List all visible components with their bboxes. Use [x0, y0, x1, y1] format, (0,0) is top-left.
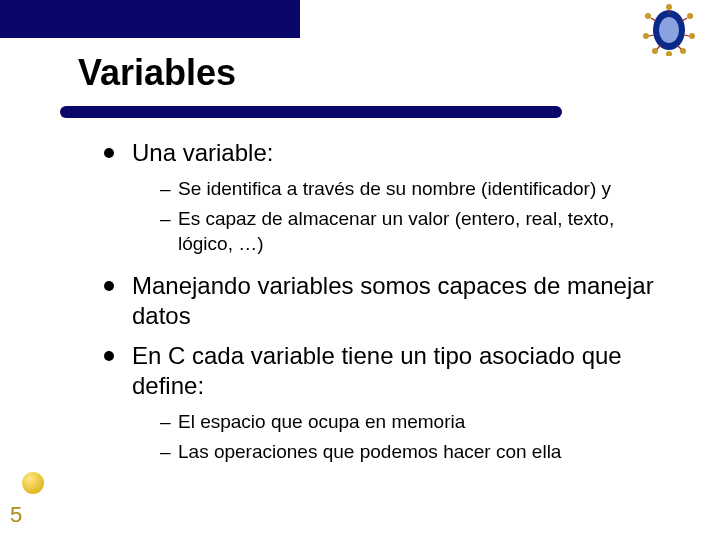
title-underline: [60, 106, 562, 118]
institution-crest-icon: [640, 4, 698, 56]
page-number: 5: [10, 502, 22, 528]
bullet-item: Manejando variables somos capaces de man…: [104, 271, 664, 331]
svg-point-9: [666, 51, 672, 56]
bullet-text: Una variable:: [132, 139, 273, 166]
sub-bullet-item: Se identifica a través de su nombre (ide…: [160, 176, 664, 202]
svg-point-4: [687, 13, 693, 19]
decorative-dot-icon: [22, 472, 44, 494]
bullet-text: En C cada variable tiene un tipo asociad…: [132, 342, 622, 399]
svg-point-3: [645, 13, 651, 19]
svg-line-13: [649, 35, 654, 36]
svg-line-11: [651, 18, 656, 21]
svg-point-5: [643, 33, 649, 39]
svg-point-2: [666, 4, 672, 10]
slide-body: Una variable: Se identifica a través de …: [104, 138, 664, 478]
bullet-item: En C cada variable tiene un tipo asociad…: [104, 341, 664, 464]
sub-bullet-item: Es capaz de almacenar un valor (entero, …: [160, 206, 664, 257]
svg-point-1: [659, 17, 679, 43]
bullet-item: Una variable: Se identifica a través de …: [104, 138, 664, 257]
svg-line-12: [682, 18, 687, 21]
sub-bullet-item: Las operaciones que podemos hacer con el…: [160, 439, 664, 465]
sub-bullet-item: El espacio que ocupa en memoria: [160, 409, 664, 435]
svg-point-6: [689, 33, 695, 39]
bullet-text: Manejando variables somos capaces de man…: [132, 272, 654, 329]
svg-line-14: [684, 35, 689, 36]
slide-title: Variables: [78, 52, 236, 94]
header-accent-bar: [0, 0, 300, 38]
